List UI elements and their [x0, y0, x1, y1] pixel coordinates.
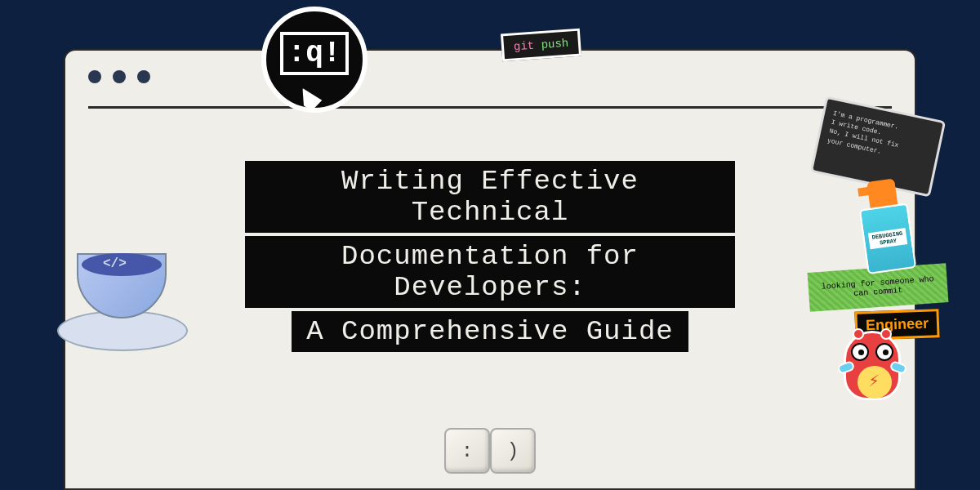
gopher-superhero-sticker: ⚡	[837, 331, 906, 412]
paren-key-icon: )	[490, 428, 536, 474]
window-dot-icon	[88, 70, 101, 83]
emoticon-keys-sticker: : )	[444, 428, 536, 474]
gopher-ear-icon	[853, 328, 864, 340]
title-line-1: Writing Effective Technical	[245, 161, 735, 233]
vim-quit-text: :q!	[280, 32, 350, 75]
lightning-bolt-icon: ⚡	[869, 370, 880, 392]
spray-trigger-icon	[866, 178, 898, 207]
browser-divider	[88, 106, 892, 109]
push-text: push	[534, 37, 569, 52]
git-text: git	[514, 39, 535, 54]
spray-nozzle-icon	[858, 187, 870, 197]
commit-text: looking for someone who can commit	[811, 274, 944, 301]
spray-label-text: DEBUGGING SPRAY	[868, 228, 907, 249]
gopher-arm-icon	[836, 360, 855, 375]
window-dot-icon	[137, 70, 150, 83]
spray-bottle-icon: DEBUGGING SPRAY	[859, 203, 917, 274]
gopher-eye-icon	[851, 343, 869, 361]
colon-key-icon: :	[444, 428, 490, 474]
git-push-sticker: git push	[501, 29, 581, 62]
browser-window-controls	[88, 70, 150, 83]
teacup-sticker: </>	[57, 245, 188, 351]
gopher-arm-icon	[889, 360, 907, 375]
gopher-ear-icon	[880, 328, 892, 340]
gopher-eye-icon	[875, 343, 893, 361]
title-line-2: Documentation for Developers:	[245, 236, 735, 308]
article-title: Writing Effective Technical Documentatio…	[245, 159, 735, 354]
speech-tail-icon	[299, 88, 323, 113]
code-brackets-icon: </>	[103, 256, 127, 271]
gopher-body-icon: ⚡	[844, 331, 901, 400]
window-dot-icon	[113, 70, 126, 83]
vim-quit-sticker: :q!	[261, 7, 368, 113]
title-line-3: A Comprehensive Guide	[292, 311, 688, 352]
